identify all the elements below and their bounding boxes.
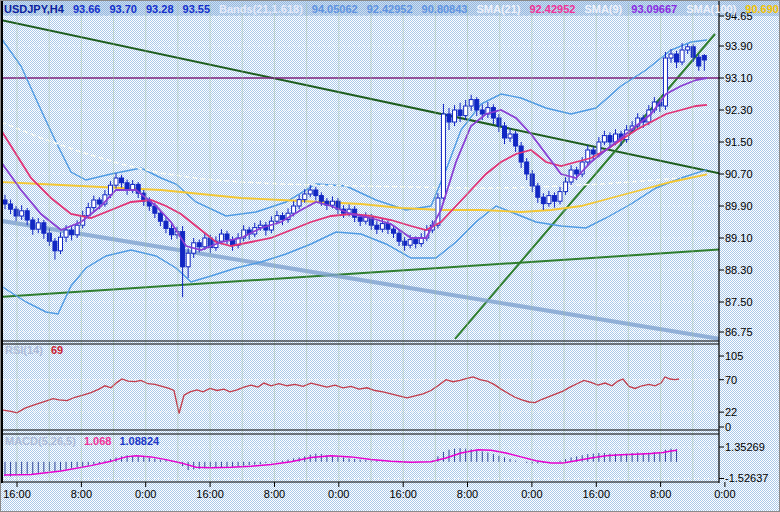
chart-window: USDJPY,H493.6693.7093.2893.55Bands(21,1.… bbox=[0, 0, 780, 512]
header-token: 90.80843 bbox=[422, 3, 468, 15]
header-token: SMA(21) bbox=[476, 3, 520, 15]
header-token: 93.55 bbox=[183, 3, 211, 15]
header-token: Bands(21,1.618) bbox=[219, 3, 303, 15]
main-chart-panel[interactable] bbox=[3, 16, 719, 341]
header-token: 94.05062 bbox=[312, 3, 358, 15]
header-token: USDJPY,H4 bbox=[4, 3, 64, 15]
header-token: 93.66 bbox=[73, 3, 101, 15]
header-token: 93.09667 bbox=[631, 3, 677, 15]
header-token: SMA(9) bbox=[584, 3, 622, 15]
header-token: 93.70 bbox=[109, 3, 137, 15]
rsi-panel[interactable] bbox=[3, 345, 719, 430]
header-token: 92.42952 bbox=[530, 3, 576, 15]
symbol-indicator-header: USDJPY,H493.6693.7093.2893.55Bands(21,1.… bbox=[4, 3, 780, 16]
time-axis[interactable] bbox=[3, 484, 779, 511]
price-axis[interactable] bbox=[720, 3, 780, 482]
header-token: 92.42952 bbox=[367, 3, 413, 15]
header-token: 93.28 bbox=[146, 3, 174, 15]
macd-panel[interactable] bbox=[3, 435, 719, 482]
